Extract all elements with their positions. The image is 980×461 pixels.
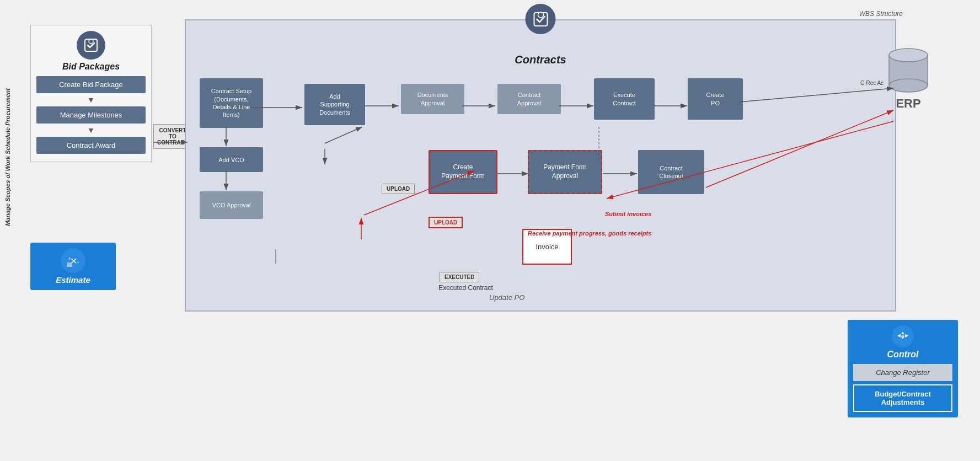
svg-point-16 bbox=[901, 335, 904, 338]
svg-point-7 bbox=[538, 12, 543, 18]
contract-award-step[interactable]: Contract Award bbox=[36, 137, 146, 154]
svg-text:+: + bbox=[68, 256, 71, 262]
contract-approval-box[interactable]: ContractApproval bbox=[497, 84, 561, 114]
executed-contract-label: Executed Contract bbox=[434, 284, 497, 292]
svg-rect-5 bbox=[67, 262, 72, 267]
execute-contract-box[interactable]: ExecuteContract bbox=[594, 78, 655, 120]
create-bid-package-step[interactable]: Create Bid Package bbox=[36, 76, 146, 93]
budget-adjust-box[interactable]: Budget/Contract Adjustments bbox=[853, 384, 952, 412]
svg-text:÷: ÷ bbox=[77, 260, 79, 265]
upload-badge-gray[interactable]: UPLOAD bbox=[382, 184, 415, 194]
payment-form-approval-box[interactable]: Payment FormApproval bbox=[528, 150, 602, 194]
executed-badge: EXECUTED bbox=[440, 272, 479, 282]
update-po-label: Update PO bbox=[489, 293, 524, 302]
control-title: Control bbox=[853, 350, 952, 360]
create-payment-form-box[interactable]: CreatePayment Form bbox=[429, 150, 497, 194]
svg-point-1 bbox=[89, 39, 93, 44]
add-supporting-docs-box[interactable]: AddSupportingDocuments bbox=[304, 84, 365, 125]
contracts-area: Contracts Contract Setup(Documents,Detai… bbox=[185, 19, 896, 312]
add-vco-box[interactable]: Add VCO bbox=[200, 147, 263, 172]
contract-setup-box[interactable]: Contract Setup(Documents,Details & LineI… bbox=[200, 78, 263, 128]
svg-text:▶: ▶ bbox=[905, 333, 909, 338]
docs-approval-box[interactable]: DocumentsApproval bbox=[401, 84, 464, 114]
bid-packages-container: Bid Packages Create Bid Package ▼ Manage… bbox=[30, 25, 152, 162]
contracts-title: Contracts bbox=[186, 53, 895, 66]
submit-invoices-text: Submit invoices bbox=[605, 211, 651, 217]
erp-label: ERP bbox=[881, 97, 936, 111]
estimate-icon: ✕ + ÷ bbox=[61, 248, 85, 273]
svg-point-9 bbox=[889, 49, 928, 62]
svg-text:◀: ◀ bbox=[897, 333, 901, 338]
arrow-down-2: ▼ bbox=[36, 126, 146, 135]
vertical-label: Manage Scopes of Work Schedule Procureme… bbox=[4, 88, 11, 226]
svg-text:▲: ▲ bbox=[901, 330, 905, 335]
erp-cylinder bbox=[883, 44, 933, 94]
contract-closeout-box[interactable]: ContractCloseout bbox=[638, 150, 704, 194]
change-register-box: Change Register bbox=[853, 364, 952, 381]
estimate-container[interactable]: ✕ + ÷ Estimate bbox=[30, 243, 116, 290]
erp-container: ERP bbox=[881, 44, 936, 111]
vco-approval-box[interactable]: VCO Approval bbox=[200, 191, 263, 219]
svg-point-10 bbox=[889, 79, 928, 92]
manage-milestones-step[interactable]: Manage Milestones bbox=[36, 106, 146, 124]
bid-packages-title: Bid Packages bbox=[36, 62, 146, 72]
contracts-icon bbox=[526, 4, 556, 34]
bid-packages-icon bbox=[77, 31, 105, 60]
arrow-down-1: ▼ bbox=[36, 95, 146, 104]
wbs-structure-label: WBS Structure bbox=[859, 10, 903, 18]
estimate-title: Estimate bbox=[36, 275, 110, 285]
receive-payment-text: Receive payment progress, goods receipts bbox=[528, 230, 651, 237]
create-po-box[interactable]: CreatePO bbox=[688, 78, 743, 120]
control-nav-icon: ▲ ▼ ◀ ▶ bbox=[892, 325, 914, 347]
upload-badge-red[interactable]: UPLOAD bbox=[429, 217, 463, 228]
control-container[interactable]: ▲ ▼ ◀ ▶ Control Change Register Budget/C… bbox=[848, 320, 958, 417]
diagram-container: WBS Structure Manage Scopes of Work Sche… bbox=[0, 0, 980, 461]
